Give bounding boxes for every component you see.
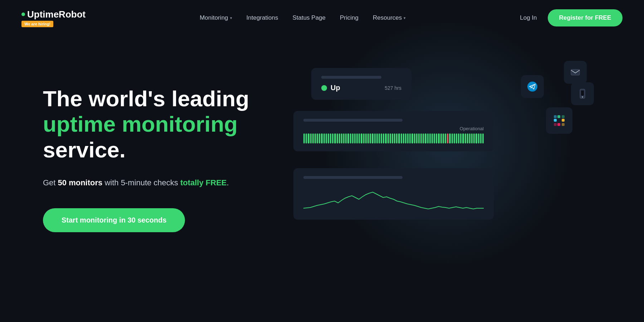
- uptime-bar: [370, 133, 371, 143]
- hero-title-white: service.: [43, 137, 126, 162]
- svg-rect-5: [554, 119, 557, 122]
- uptime-bar: [418, 133, 420, 143]
- card-bar-placeholder: [321, 76, 381, 79]
- uptime-bar: [436, 133, 437, 143]
- monitor-card-up: Up 527 hrs: [311, 68, 411, 100]
- uptime-bar: [392, 133, 393, 143]
- logo-dot-icon: [21, 13, 25, 16]
- uptime-bar: [465, 133, 466, 143]
- uptime-bar: [328, 133, 329, 143]
- uptime-bar: [449, 133, 450, 143]
- login-link[interactable]: Log In: [520, 14, 537, 21]
- nav-item-resources[interactable]: Resources ▾: [373, 14, 406, 21]
- nav-item-integrations[interactable]: Integrations: [247, 14, 278, 21]
- uptime-bar: [438, 133, 439, 143]
- uptime-bar: [303, 133, 305, 143]
- uptime-bar: [387, 133, 389, 143]
- uptime-bar: [314, 133, 316, 143]
- telegram-integration-icon: [521, 75, 544, 98]
- cta-button[interactable]: Start monitoring in 30 seconds: [43, 208, 185, 232]
- uptime-bar: [467, 133, 468, 143]
- status-hours: 527 hrs: [385, 85, 401, 91]
- uptime-bar: [478, 133, 479, 143]
- hero-title: The world's leading uptime monitoring se…: [43, 86, 293, 162]
- monitor-card-response: [293, 168, 494, 220]
- subtitle-free: totally FREE: [180, 178, 227, 187]
- uptime-bar: [427, 133, 429, 143]
- subtitle-prefix: Get: [43, 178, 58, 187]
- uptime-bar: [354, 133, 356, 143]
- hero-content: The world's leading uptime monitoring se…: [43, 64, 293, 232]
- uptime-bar: [423, 133, 424, 143]
- uptime-bar: [394, 133, 395, 143]
- svg-rect-4: [581, 91, 584, 96]
- uptime-bar: [462, 133, 464, 143]
- uptime-bar: [358, 133, 360, 143]
- uptime-bar: [458, 133, 459, 143]
- header: UptimeRobot We are hiring! Monitoring ▾ …: [0, 0, 644, 36]
- status-up-dot-icon: [321, 85, 327, 91]
- nav-item-monitoring[interactable]: Monitoring ▾: [200, 14, 232, 21]
- uptime-bar: [475, 133, 477, 143]
- svg-rect-10: [562, 123, 565, 126]
- uptime-bar: [434, 133, 435, 143]
- uptime-bar: [456, 133, 457, 143]
- uptime-bar: [471, 133, 473, 143]
- response-chart: [303, 183, 484, 212]
- uptime-bar: [347, 133, 349, 143]
- uptime-bar: [431, 133, 433, 143]
- uptime-bar: [319, 133, 320, 143]
- uptime-bar: [416, 133, 418, 143]
- uptime-bar: [425, 133, 426, 143]
- uptime-bar: [409, 133, 411, 143]
- uptime-bar: [480, 133, 482, 143]
- svg-rect-9: [562, 119, 565, 122]
- uptime-bar: [376, 133, 378, 143]
- header-actions: Log In Register for FREE: [520, 9, 623, 26]
- uptime-bar: [334, 133, 336, 143]
- uptime-bar: [365, 133, 367, 143]
- uptime-bar: [350, 133, 351, 143]
- logo-area: UptimeRobot We are hiring!: [21, 9, 86, 27]
- chevron-down-icon: ▾: [404, 16, 406, 20]
- uptime-bar: [332, 133, 333, 143]
- card-bar-sm2-placeholder: [303, 176, 402, 179]
- uptime-bar: [460, 133, 462, 143]
- uptime-bars: [303, 133, 484, 143]
- uptime-bar: [321, 133, 322, 143]
- uptime-bar: [345, 133, 347, 143]
- register-button[interactable]: Register for FREE: [548, 9, 623, 26]
- uptime-bar: [401, 133, 402, 143]
- uptime-bar: [363, 133, 365, 143]
- uptime-bar: [343, 133, 345, 143]
- svg-rect-1: [571, 69, 580, 75]
- uptime-bar: [339, 133, 340, 143]
- hero-title-line1: The world's leading: [43, 86, 249, 111]
- uptime-bar: [341, 133, 342, 143]
- uptime-bar: [447, 133, 448, 143]
- uptime-bar: [473, 133, 475, 143]
- phone-integration-icon: [571, 82, 594, 105]
- uptime-bar: [469, 133, 470, 143]
- uptime-bar: [381, 133, 382, 143]
- card-bar-sm-placeholder: [303, 119, 402, 122]
- chevron-down-icon: ▾: [230, 16, 232, 20]
- uptime-bar: [323, 133, 325, 143]
- uptime-bar: [352, 133, 353, 143]
- uptime-bar: [383, 133, 384, 143]
- logo[interactable]: UptimeRobot: [21, 9, 86, 20]
- nav-item-status-page[interactable]: Status Page: [292, 14, 326, 21]
- uptime-bar: [454, 133, 455, 143]
- uptime-bar: [443, 133, 444, 143]
- monitor-card-operational: Operational: [293, 111, 494, 151]
- uptime-bar: [361, 133, 362, 143]
- nav-item-pricing[interactable]: Pricing: [340, 14, 358, 21]
- email-integration-icon: [564, 61, 587, 84]
- uptime-bar: [414, 133, 415, 143]
- uptime-bar: [367, 133, 369, 143]
- uptime-bar: [452, 133, 453, 143]
- logo-text: UptimeRobot: [27, 9, 86, 20]
- operational-label: Operational: [303, 126, 484, 131]
- status-up-label: Up: [331, 84, 340, 92]
- hero-subtitle: Get 50 monitors with 5-minute checks tot…: [43, 177, 293, 189]
